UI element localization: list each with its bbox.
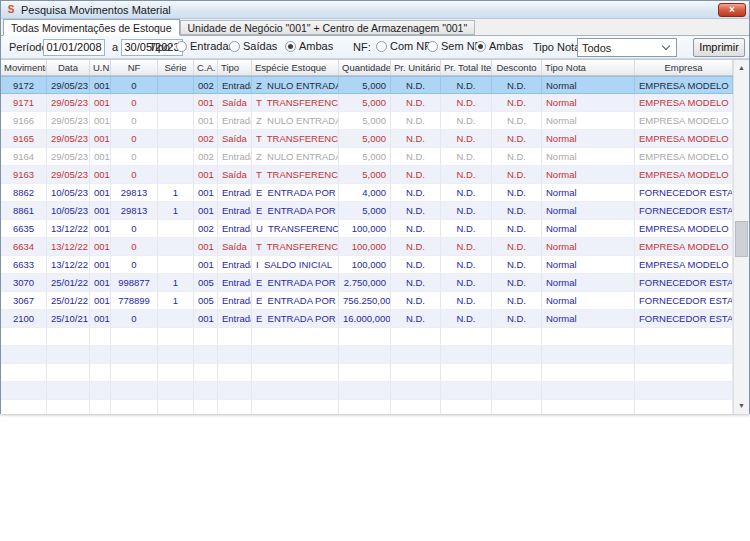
cell-desconto [492,364,542,381]
column-header-serie[interactable]: Série [158,60,194,75]
tipo-radio-entradas[interactable]: Entradas [176,40,234,52]
scrollbar-thumb[interactable] [735,221,748,257]
table-row[interactable]: 916629/05/230010001EntradaZ NULO ENTRADA… [1,112,733,130]
column-header-data[interactable]: Data [47,60,90,75]
cell-tipo [218,382,252,399]
cell-empresa: EMPRESA MODELO [635,77,733,93]
cell-quantidade [339,328,391,345]
cell-pr_total [441,328,492,345]
table-row[interactable]: 916429/05/230010002EntradaZ NULO ENTRADA… [1,148,733,166]
cell-especie: E ENTRADA POR COMP [252,202,339,219]
cell-tipo: Entrada [218,148,252,165]
tab-unidade-negocio[interactable]: Unidade de Negócio "001" + Centro de Arm… [180,20,476,35]
cell-quantidade: 100,000 [339,238,391,255]
table-row[interactable]: 886110/05/23001298131001EntradaE ENTRADA… [1,202,733,220]
column-header-tipo[interactable]: Tipo [218,60,252,75]
table-row[interactable]: 663413/12/220010001SaídaT TRANSFERENCIA … [1,238,733,256]
cell-empresa: EMPRESA MODELO [635,148,733,165]
cell-tipo_nota [542,328,635,345]
cell-movimento [1,382,47,399]
column-header-nf[interactable]: NF [111,60,158,75]
cell-empresa [635,346,733,363]
cell-quantidade [339,400,391,414]
table-row[interactable]: 916329/05/230010001SaídaT TRANSFERENCIA … [1,166,733,184]
column-header-quantidade[interactable]: Quantidade [339,60,391,75]
close-button[interactable]: × [718,3,746,17]
column-header-empresa[interactable]: Empresa [635,60,733,75]
cell-desconto: N.D. [492,220,542,237]
scroll-up-icon[interactable]: ▲ [734,60,749,76]
column-header-movimento[interactable]: Movimento [1,60,47,75]
vertical-scrollbar[interactable]: ▲ ▼ [733,60,749,414]
cell-serie: 1 [158,202,194,219]
table-row[interactable]: 886210/05/23001298131001EntradaE ENTRADA… [1,184,733,202]
cell-pr_unitario: N.D. [391,202,441,219]
cell-especie: Z NULO ENTRADA [252,77,339,93]
cell-pr_unitario: N.D. [391,274,441,291]
cell-especie [252,364,339,381]
table-row[interactable]: 663313/12/220010001EntradaI SALDO INICIA… [1,256,733,274]
table-row[interactable]: 916529/05/230010002SaídaT TRANSFERENCIA … [1,130,733,148]
cell-movimento: 9165 [1,130,47,147]
cell-pr_unitario: N.D. [391,166,441,183]
tipo-radio-saídas[interactable]: Saídas [229,40,277,52]
periodo-from-input[interactable]: 01/01/2008 [43,39,105,56]
table-row[interactable]: 917129/05/230010001SaídaT TRANSFERENCIA … [1,94,733,112]
column-header-un[interactable]: U.N. [90,60,111,75]
tipo-nota-select[interactable]: Todos [577,38,677,57]
radio-label: Saídas [243,40,277,52]
scrollbar-track[interactable] [734,76,749,398]
cell-tipo: Entrada [218,220,252,237]
tipo-radio-ambas[interactable]: Ambas [285,40,333,52]
tab-todas-movimentacoes[interactable]: Todas Movimentações de Estoque [3,19,180,36]
cell-desconto: N.D. [492,166,542,183]
cell-un: 001 [90,310,111,327]
cell-tipo: Saída [218,94,252,111]
cell-quantidade: 2.750,000 [339,274,391,291]
column-header-ca[interactable]: C.A. [194,60,218,75]
cell-pr_total: N.D. [441,94,492,111]
cell-pr_unitario [391,400,441,414]
cell-nf: 998877 [111,274,158,291]
scroll-down-icon[interactable]: ▼ [734,398,749,414]
cell-quantidade: 5,000 [339,112,391,129]
cell-pr_unitario: N.D. [391,130,441,147]
radio-label: Ambas [489,40,523,52]
cell-nf: 0 [111,94,158,111]
cell-data [47,346,90,363]
cell-tipo_nota: Normal [542,220,635,237]
cell-especie: U TRANSFERENCIA EN [252,220,339,237]
cell-data [47,382,90,399]
column-header-desconto[interactable]: Desconto [492,60,542,75]
cell-tipo_nota: Normal [542,130,635,147]
cell-pr_total: N.D. [441,166,492,183]
cell-pr_unitario: N.D. [391,148,441,165]
table-row[interactable]: 917229/05/230010002EntradaZ NULO ENTRADA… [1,76,733,94]
cell-pr_unitario: N.D. [391,310,441,327]
cell-ca [194,328,218,345]
column-header-pr_total[interactable]: Pr. Total Item [441,60,492,75]
table-row[interactable]: 210025/10/210010001EntradaE ENTRADA POR … [1,310,733,328]
nf-radio-sem-nf[interactable]: Sem NF [427,40,481,52]
cell-data: 25/01/22 [47,292,90,309]
table-row[interactable]: 663513/12/220010002EntradaU TRANSFERENCI… [1,220,733,238]
cell-pr_unitario: N.D. [391,238,441,255]
cell-pr_total: N.D. [441,77,492,93]
column-header-especie[interactable]: Espécie Estoque [252,60,339,75]
imprimir-button[interactable]: Imprimir [693,38,745,57]
tipo-nota-value: Todos [578,42,663,54]
table-row[interactable]: 306725/01/220017788991005EntradaE ENTRAD… [1,292,733,310]
column-header-tipo_nota[interactable]: Tipo Nota [542,60,635,75]
cell-tipo: Entrada [218,184,252,201]
table-row[interactable]: 307025/01/220019988771005EntradaE ENTRAD… [1,274,733,292]
cell-nf [111,364,158,381]
cell-especie: E ENTRADA POR COMP [252,292,339,309]
column-header-pr_unitario[interactable]: Pr. Unitário [391,60,441,75]
nf-radio-com-nf[interactable]: Com NF [376,40,431,52]
cell-desconto: N.D. [492,77,542,93]
cell-tipo_nota: Normal [542,256,635,273]
cell-nf: 0 [111,77,158,93]
cell-desconto: N.D. [492,148,542,165]
cell-movimento: 6635 [1,220,47,237]
nf-radio-ambas[interactable]: Ambas [475,40,523,52]
